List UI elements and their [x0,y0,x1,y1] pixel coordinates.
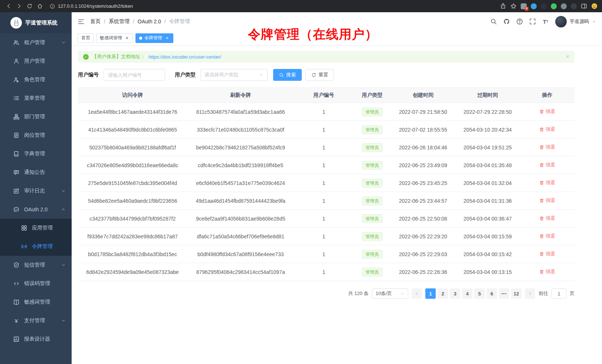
hamburger-icon[interactable] [78,18,85,25]
sidebar-item-user[interactable]: 用户管理 [0,52,72,70]
sidebar-item-sensitive-word[interactable]: 敏感词管理 [0,293,72,311]
next-page-button[interactable] [525,288,535,299]
sidebar-item-role[interactable]: 角色管理 [0,70,72,89]
forward-icon[interactable] [14,2,24,11]
page-size-select[interactable]: 10条/页 [372,288,408,299]
notice-close-icon[interactable]: × [566,54,569,60]
tab-home[interactable]: 首页 [78,33,94,43]
force-logout-button[interactable]: 强退 [539,179,555,186]
reload-icon[interactable] [24,2,34,11]
tab-sensitive-word[interactable]: 敏感词管理× [96,33,133,43]
font-size-icon[interactable]: TT [542,18,549,25]
force-logout-button[interactable]: 强退 [539,108,555,115]
sidebar-item-oauth2[interactable]: OAuth 2.0 [0,200,72,219]
report-icon [13,336,19,342]
sidebar-item-audit-log[interactable]: 审计日志 [0,182,72,200]
action-cell: 强退 [520,210,575,228]
page-button-4[interactable]: 4 [462,288,472,299]
tab-token[interactable]: 令牌管理× [135,33,173,43]
megaphone-icon [13,169,19,175]
sidebar-item-oauth2-app[interactable]: 应用管理 [0,219,72,237]
created-at-cell: 2022-06-25 22:29:03 [391,245,455,263]
sidebar-item-menu[interactable]: 菜单管理 [0,89,72,107]
force-logout-button[interactable]: 强退 [539,144,555,150]
doc-link[interactable]: https://doc.iocoder.cn/user-center/ [148,54,221,60]
sidebar-item-error-code[interactable]: 错误码管理 [0,274,72,293]
user-id-cell: 1 [294,245,354,263]
tab-close-icon[interactable]: × [164,36,170,41]
profile-emoji-icon[interactable] [591,3,598,9]
site-info-icon[interactable] [50,4,55,9]
prev-page-button[interactable] [412,288,422,299]
force-logout-button[interactable]: 强退 [539,233,555,239]
force-logout-button[interactable]: 强退 [539,126,555,133]
force-logout-button[interactable]: 强退 [539,268,555,275]
sidebar-item-dict[interactable]: 字典管理 [0,145,72,163]
user-type-select[interactable]: 请选择用户类型 [200,69,268,81]
page-button-3[interactable]: 3 [450,288,460,299]
extension-drop-icon[interactable] [531,3,537,9]
breadcrumb-item[interactable]: 首页 [90,18,101,25]
sidebar-item-post[interactable]: 岗位管理 [0,126,72,145]
back-icon[interactable] [4,2,13,11]
user-type-badge: 管理员 [362,232,383,241]
user-id-input[interactable] [104,69,165,81]
sidebar-item-tenant[interactable]: 租户管理 [0,33,72,52]
sidebar-item-label: 部门管理 [24,113,45,120]
user-type-badge: 管理员 [362,125,383,134]
sidebar-item-sms[interactable]: 短信管理 [0,256,72,274]
user-menu[interactable]: 芋道源码 [555,16,596,27]
search-button[interactable]: 搜索 [273,69,302,81]
chevron-down-icon [61,189,66,193]
fullscreen-icon[interactable] [529,18,536,25]
reset-button[interactable]: 重置 [305,69,334,81]
extension-paw-icon[interactable] [571,3,577,9]
breadcrumb-item[interactable]: OAuth 2.0 [138,19,161,24]
sidebar-item-dept[interactable]: 部门管理 [0,107,72,126]
search-icon[interactable] [490,18,497,25]
bookmark-star-icon[interactable] [510,3,517,9]
user-type-cell: 管理员 [354,228,391,245]
force-logout-button[interactable]: 强退 [539,197,555,204]
github-icon[interactable] [503,18,510,25]
page-button-5[interactable]: 5 [474,288,485,299]
home-icon[interactable] [35,2,45,11]
table-row: b0d1785bc3a8482f812db4a3f3bd15ecb0df4980… [78,245,575,263]
page-button-1[interactable]: 1 [425,288,436,299]
extension-pixel-icon[interactable]: 0 [521,3,527,9]
sidebar-item-pay[interactable]: ¥支付管理 [0,311,72,330]
sidebar-item-notice[interactable]: 通知公告 [0,163,72,182]
user-id-cell: 1 [294,103,354,121]
signal-icon [21,244,27,249]
refresh-token-cell: 9ce8ef2aa9f14056b831ae9b608e28d5 [187,210,294,228]
page-button-2[interactable]: 2 [438,288,448,299]
app-logo[interactable]: 芋道管理系统 [0,12,72,33]
column-header: 用户类型 [354,88,391,103]
user-type-cell: 管理员 [354,174,391,192]
help-icon[interactable] [516,18,523,25]
doc-notice-banner: ✓ 【用户体系】文档地址： https://doc.iocoder.cn/use… [78,51,575,63]
force-logout-button[interactable]: 强退 [539,251,555,257]
extension-globe-icon[interactable] [541,3,547,9]
force-logout-button[interactable]: 强退 [539,215,555,222]
page-button-12[interactable]: 12 [511,288,521,299]
share-icon[interactable] [500,3,506,9]
breadcrumb-item[interactable]: 系统管理 [109,18,130,25]
sidebar-item-report-designer[interactable]: 报表设计器 [0,330,72,348]
trash-icon [539,163,544,168]
sidebar-item-oauth2-token[interactable]: 令牌管理 [0,237,72,256]
page-button-6[interactable]: 6 [487,288,497,299]
address-bar[interactable]: 127.0.0.1:1024/system/oauth2/token [50,4,499,9]
extension-puzzle-icon[interactable] [561,3,567,9]
extension-green-icon[interactable] [551,3,557,9]
user-type-cell: 管理员 [354,210,391,228]
split-view-icon[interactable] [581,3,587,9]
user-id-cell: 1 [294,121,354,139]
chevron-left-icon [415,291,419,296]
force-logout-button[interactable]: 强退 [539,162,555,168]
pager-more-button[interactable]: ••• [499,288,509,299]
goto-page-input[interactable] [552,288,566,299]
tab-close-icon[interactable]: × [124,36,130,41]
refresh-token-cell: 811c530487574fa0af1a59d3abc1aa66 [187,103,294,121]
sidebar-item-label: OAuth 2.0 [24,206,48,212]
